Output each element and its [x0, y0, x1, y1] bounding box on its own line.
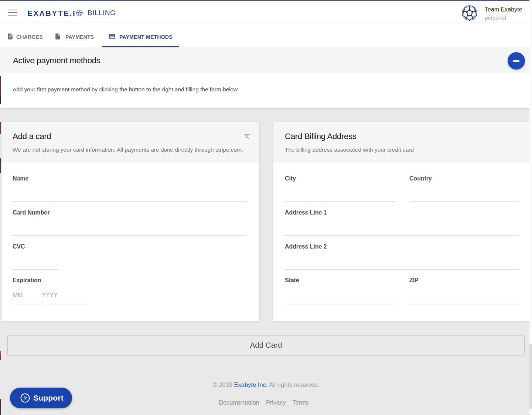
svg-text:?: ?	[23, 395, 27, 401]
